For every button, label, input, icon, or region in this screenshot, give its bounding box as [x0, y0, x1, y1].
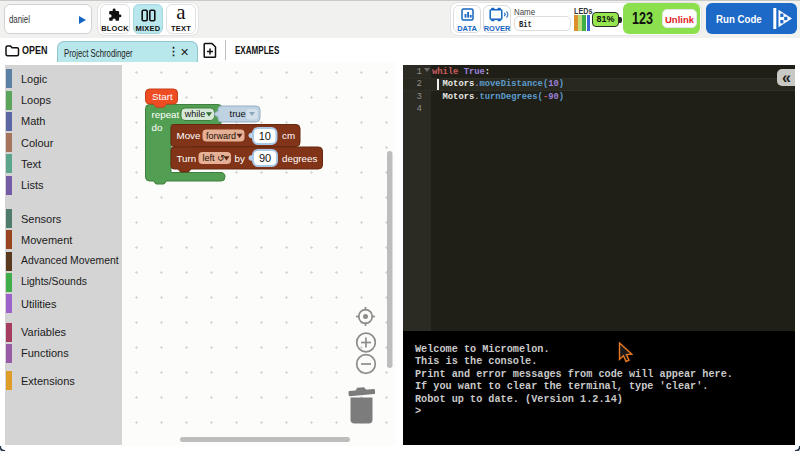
svg-text:Start: Start [152, 91, 173, 102]
svg-text:Turn: Turn [177, 153, 197, 164]
svg-text:by: by [235, 153, 245, 164]
svg-text:do: do [152, 122, 163, 133]
svg-text:degrees: degrees [282, 153, 318, 164]
svg-text:repeat: repeat [152, 109, 180, 120]
svg-text:true: true [230, 108, 246, 119]
svg-text:cm: cm [282, 130, 295, 141]
svg-text:forward: forward [206, 131, 236, 141]
svg-text:while: while [184, 109, 206, 119]
svg-text:Move: Move [177, 130, 202, 141]
svg-text:10: 10 [259, 130, 271, 142]
svg-text:left ↺: left ↺ [203, 153, 225, 163]
svg-text:90: 90 [259, 152, 271, 164]
